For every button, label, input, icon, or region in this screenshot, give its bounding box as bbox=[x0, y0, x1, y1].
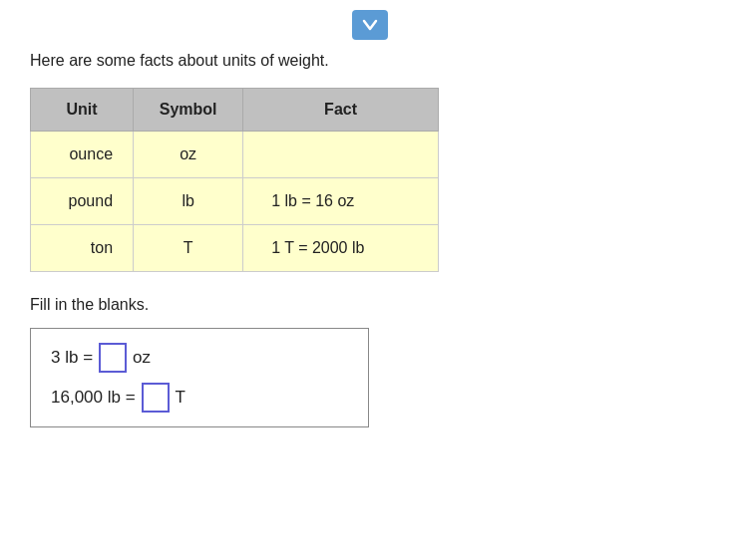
fact-ounce bbox=[243, 132, 439, 178]
fill-input-2[interactable] bbox=[142, 383, 170, 413]
header-symbol: Symbol bbox=[134, 89, 243, 132]
fill-in-blanks-box: 3 lb = oz 16,000 lb = T bbox=[30, 328, 369, 427]
table-row: ton T 1 T = 2000 lb bbox=[31, 225, 439, 272]
fill-row1-prefix: 3 lb = bbox=[51, 348, 93, 368]
fill-row1-suffix: oz bbox=[133, 348, 151, 368]
table-row: pound lb 1 lb = 16 oz bbox=[31, 178, 439, 225]
intro-text: Here are some facts about units of weigh… bbox=[30, 52, 709, 70]
symbol-oz: oz bbox=[134, 132, 243, 178]
weight-table: Unit Symbol Fact ounce oz pound lb 1 lb … bbox=[30, 88, 439, 272]
chevron-down-icon bbox=[362, 19, 378, 31]
fill-row2-suffix: T bbox=[176, 388, 185, 408]
fill-row-2: 16,000 lb = T bbox=[51, 383, 348, 413]
symbol-t: T bbox=[134, 225, 243, 272]
fill-input-1[interactable] bbox=[99, 343, 127, 373]
chevron-down-button[interactable] bbox=[352, 10, 388, 40]
chevron-container bbox=[30, 10, 709, 40]
fill-row2-prefix: 16,000 lb = bbox=[51, 388, 136, 408]
header-fact: Fact bbox=[243, 89, 439, 132]
fact-ton: 1 T = 2000 lb bbox=[243, 225, 439, 272]
fill-row-1: 3 lb = oz bbox=[51, 343, 348, 373]
header-unit: Unit bbox=[31, 89, 134, 132]
symbol-lb: lb bbox=[134, 178, 243, 225]
table-row: ounce oz bbox=[31, 132, 439, 178]
unit-ton: ton bbox=[31, 225, 134, 272]
fact-pound: 1 lb = 16 oz bbox=[243, 178, 439, 225]
unit-pound: pound bbox=[31, 178, 134, 225]
unit-ounce: ounce bbox=[31, 132, 134, 178]
fill-instruction: Fill in the blanks. bbox=[30, 296, 709, 314]
